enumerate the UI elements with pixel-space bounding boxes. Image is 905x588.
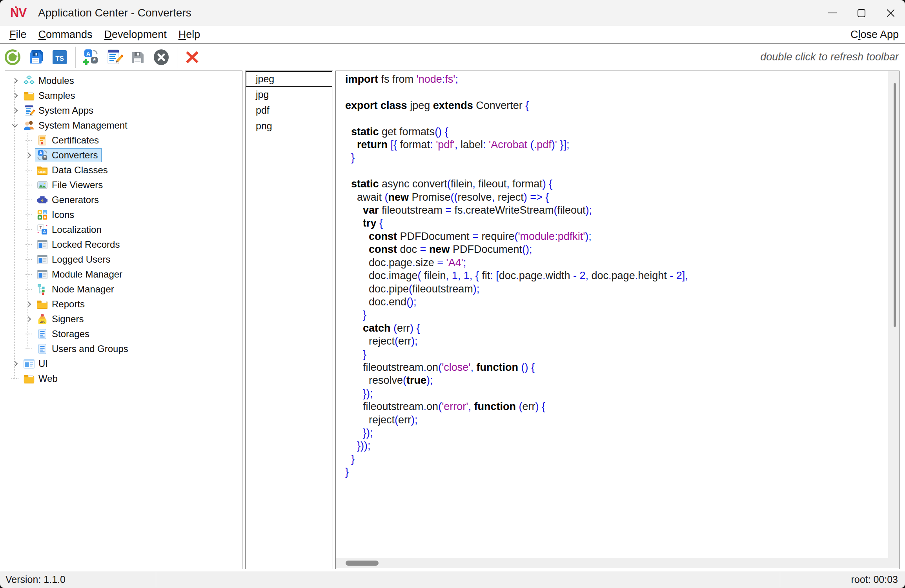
tree-item-body[interactable]: Generators [35,193,103,207]
chevron-right-icon[interactable] [8,94,22,98]
tree-item-body[interactable]: Certificates [35,133,103,147]
tree-item-modules[interactable]: Modules [5,73,242,88]
tree-item-converters[interactable]: A*Converters [5,148,242,163]
delete-button[interactable] [183,47,202,67]
chevron-right-icon[interactable] [22,302,35,306]
tree-item-body[interactable]: Web [22,372,62,386]
tree-item-module-manager[interactable]: Module Manager [5,267,242,282]
tree-item-samples[interactable]: Samples [5,88,242,103]
code-line: export class jpeg extends Converter { [345,99,899,112]
tree-item-locked-records[interactable]: Locked Records [5,237,242,252]
delete-icon [184,49,201,66]
save-icon [129,49,146,66]
tree-connector [22,140,35,141]
minimize-button[interactable] [818,0,847,26]
chevron-down-icon[interactable] [8,125,22,127]
refresh-button[interactable] [3,47,22,67]
title-bar[interactable]: NV Application Center - Converters [0,0,905,26]
tree-item-body[interactable]: Icons [35,208,78,222]
code-line: }); [345,387,899,400]
maximize-button[interactable] [847,0,876,26]
tree-item-body[interactable]: Module Manager [35,267,126,281]
list-item-pdf[interactable]: pdf [246,103,332,118]
add-converter-button[interactable]: A* [81,47,100,67]
tree-item-body[interactable]: UI [22,357,52,371]
tree-item-body[interactable]: Reports [35,297,89,311]
save-button[interactable] [128,47,147,67]
tree-item-logged-users[interactable]: Logged Users [5,252,242,267]
tree-panel[interactable]: ModulesSamplesSystem AppsSystem Manageme… [5,71,242,569]
tree-item-body[interactable]: A*Converters [35,148,102,162]
save-all-button[interactable] [27,47,46,67]
tree-item-label: File Viewers [52,180,103,191]
tree-item-body[interactable]: Node Manager [35,282,118,296]
tree-item-body[interactable]: JSSigners [35,312,87,326]
menu-item-development[interactable]: Development [98,29,173,40]
tree-item-body[interactable]: Storages [35,327,93,341]
horizontal-scrollbar[interactable] [336,558,899,568]
tree-item-body[interactable]: Users and Groups [35,342,132,356]
tree-item-body[interactable]: TALocalization [35,223,106,237]
tree-item-icons[interactable]: Icons [5,207,242,222]
tree-connector [22,334,35,334]
menu-item-help[interactable]: Help [173,29,206,40]
code-editor[interactable]: import fs from 'node:fs'; export class j… [336,71,899,569]
list-item-jpg[interactable]: jpg [246,87,332,102]
tree-item-data-classes[interactable]: ClassData Classes [5,163,242,178]
toolbar-hint: double click to refresh toolbar [760,51,905,63]
people-icon [23,120,35,131]
menu-item-file[interactable]: File [4,29,33,40]
tree-item-localization[interactable]: TALocalization [5,222,242,237]
tree-item-file-viewers[interactable]: File Viewers [5,178,242,192]
typescript-button[interactable]: TS [50,47,69,67]
tree-item-web[interactable]: Web [5,371,242,386]
tree-item-body[interactable]: File Viewers [35,178,107,192]
tree-item-certificates[interactable]: Certificates [5,133,242,148]
vertical-scrollbar-thumb[interactable] [894,83,896,327]
tree-item-generators[interactable]: Generators [5,192,242,207]
chevron-right-icon[interactable] [8,79,22,83]
list-item-png[interactable]: png [246,118,332,134]
code-editor-panel[interactable]: import fs from 'node:fs'; export class j… [335,71,900,569]
tree-item-body[interactable]: ClassData Classes [35,163,112,177]
chevron-right-icon[interactable] [8,109,22,113]
code-line: return [{ format: 'pdf', label: 'Acrobat… [345,138,899,151]
code-line: static get formats() { [345,125,899,138]
window-controls [818,0,905,26]
tree-item-reports[interactable]: Reports [5,297,242,312]
toolbar: TSA* double click to refresh toolbar [0,44,905,70]
tree-item-storages[interactable]: Storages [5,327,242,341]
chevron-right-icon[interactable] [22,317,35,321]
imageview-icon [36,179,48,191]
close-button[interactable] [876,0,905,26]
tree-item-body[interactable]: Samples [22,89,79,103]
chevron-right-icon[interactable] [22,153,35,157]
tree-item-label: Web [38,373,58,384]
tree-item-body[interactable]: Modules [22,74,78,88]
chevron-right-icon[interactable] [8,362,22,366]
tree-item-signers[interactable]: JSSigners [5,312,242,327]
tree-item-users-and-groups[interactable]: Users and Groups [5,341,242,356]
tree-item-body[interactable]: System Management [22,118,131,132]
menu-item-commands[interactable]: Commands [33,29,98,40]
svg-text:Class: Class [38,171,46,173]
tree-item-ui[interactable]: UI [5,356,242,371]
horizontal-scrollbar-thumb[interactable] [346,561,379,566]
tree-item-body[interactable]: Locked Records [35,238,124,252]
tree-item-label: Logged Users [52,254,110,265]
svg-text:A: A [43,230,46,234]
tree-item-body[interactable]: Logged Users [35,252,114,267]
tree-item-body[interactable]: System Apps [22,103,97,118]
tree-item-node-manager[interactable]: Node Manager [5,282,242,297]
cancel-button[interactable] [152,47,171,67]
code-line: try { [345,217,899,230]
vertical-scrollbar[interactable] [888,71,899,558]
code-line: resolve(true); [345,374,899,387]
folder-icon [36,298,48,310]
formats-list-panel[interactable]: jpegjpgpdfpng [245,71,333,569]
menu-item-close-app[interactable]: Close App [845,29,905,41]
tree-item-system-management[interactable]: System Management [5,118,242,133]
edit-list-button[interactable] [105,47,124,67]
tree-item-system-apps[interactable]: System Apps [5,103,242,118]
list-item-jpeg[interactable]: jpeg [246,71,332,87]
